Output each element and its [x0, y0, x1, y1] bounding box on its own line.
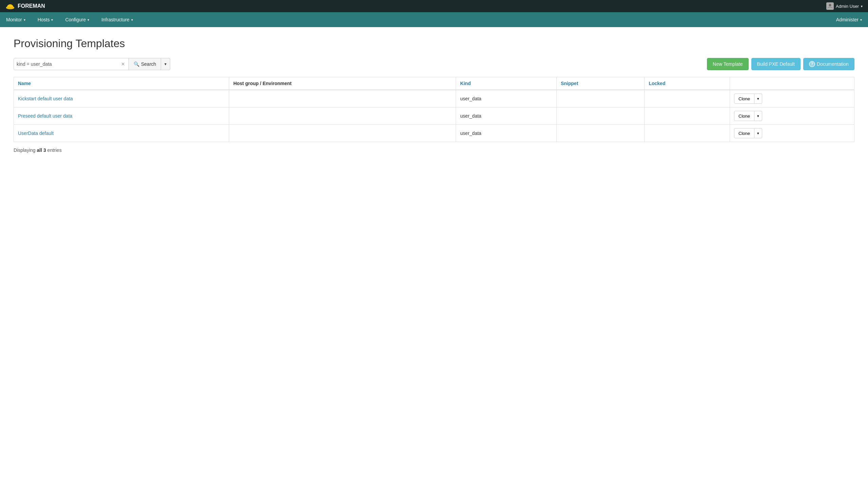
cell-snippet-1	[556, 90, 644, 107]
entries-count: all 3	[37, 147, 46, 153]
nav-right: Administer ▾	[830, 12, 868, 27]
search-magnifier-icon: 🔍	[134, 61, 139, 67]
cell-actions-2: Clone ▾	[730, 107, 854, 125]
cell-name-1: Kickstart default user data	[14, 90, 229, 107]
nav-administer[interactable]: Administer ▾	[830, 12, 868, 27]
table-body: Kickstart default user data user_data Cl…	[14, 90, 854, 142]
brand-name: FOREMAN	[18, 3, 45, 9]
user-label: Admin User	[836, 4, 859, 9]
clone-btn-group-2: Clone ▾	[734, 111, 850, 121]
new-template-button[interactable]: New Template	[707, 58, 748, 70]
nav-left: Monitor ▾ Hosts ▾ Configure ▾ Infrastruc…	[0, 12, 139, 27]
action-buttons: New Template Build PXE Default ? Documen…	[707, 58, 854, 70]
clone-caret-icon-1: ▾	[757, 97, 759, 101]
clone-dropdown-button-3[interactable]: ▾	[754, 128, 762, 138]
monitor-caret-icon: ▾	[24, 18, 25, 22]
clone-btn-group-1: Clone ▾	[734, 94, 850, 104]
clone-button-1[interactable]: Clone	[734, 94, 754, 104]
search-clear-icon[interactable]: ✕	[120, 61, 126, 67]
cell-locked-3	[645, 125, 730, 142]
nav-monitor[interactable]: Monitor ▾	[0, 12, 32, 27]
table-row: Kickstart default user data user_data Cl…	[14, 90, 854, 107]
col-locked[interactable]: Locked	[645, 77, 730, 90]
clone-btn-group-3: Clone ▾	[734, 128, 850, 138]
table-header: Name Host group / Environment Kind Snipp…	[14, 77, 854, 90]
svg-rect-1	[6, 7, 14, 9]
brand: FOREMAN	[5, 1, 45, 11]
cell-name-3: UserData default	[14, 125, 229, 142]
configure-caret-icon: ▾	[87, 18, 89, 22]
clone-button-2[interactable]: Clone	[734, 111, 754, 121]
nav-infrastructure[interactable]: Infrastructure ▾	[95, 12, 139, 27]
top-bar: FOREMAN Admin User ▾	[0, 0, 868, 12]
cell-actions-3: Clone ▾	[730, 125, 854, 142]
col-hostgroup-env: Host group / Environment	[229, 77, 456, 90]
build-pxe-button[interactable]: Build PXE Default	[751, 58, 801, 70]
infrastructure-caret-icon: ▾	[131, 18, 133, 22]
search-dropdown-caret-icon: ▾	[164, 62, 166, 66]
svg-point-2	[829, 4, 831, 6]
search-button[interactable]: 🔍 Search	[129, 58, 161, 70]
cell-hostgroup-1	[229, 90, 456, 107]
clone-button-3[interactable]: Clone	[734, 128, 754, 138]
template-link-1[interactable]: Kickstart default user data	[18, 96, 73, 101]
col-snippet[interactable]: Snippet	[556, 77, 644, 90]
search-dropdown-button[interactable]: ▾	[161, 58, 170, 70]
user-caret-icon: ▾	[861, 4, 863, 8]
cell-name-2: Preseed default user data	[14, 107, 229, 125]
main-content: Provisioning Templates ✕ 🔍 Search ▾ New …	[0, 27, 868, 163]
cell-kind-3: user_data	[456, 125, 557, 142]
col-kind[interactable]: Kind	[456, 77, 557, 90]
nav-configure[interactable]: Configure ▾	[59, 12, 95, 27]
cell-hostgroup-3	[229, 125, 456, 142]
cell-kind-1: user_data	[456, 90, 557, 107]
entries-info: Displaying all 3 entries	[14, 147, 854, 153]
documentation-button[interactable]: ? Documentation	[803, 58, 854, 70]
hard-hat-icon	[5, 1, 15, 11]
user-avatar-icon	[826, 2, 834, 10]
cell-locked-2	[645, 107, 730, 125]
templates-table: Name Host group / Environment Kind Snipp…	[14, 77, 854, 142]
template-link-3[interactable]: UserData default	[18, 131, 54, 136]
search-area: ✕ 🔍 Search ▾ New Template Build PXE Defa…	[14, 58, 854, 70]
table-row: UserData default user_data Clone	[14, 125, 854, 142]
cell-hostgroup-2	[229, 107, 456, 125]
search-input[interactable]	[17, 61, 120, 67]
clone-dropdown-button-2[interactable]: ▾	[754, 111, 762, 121]
administer-caret-icon: ▾	[860, 18, 862, 22]
cell-snippet-2	[556, 107, 644, 125]
search-left: ✕ 🔍 Search ▾	[14, 58, 170, 70]
search-input-wrapper: ✕	[14, 58, 129, 70]
page-title: Provisioning Templates	[14, 37, 854, 50]
col-actions	[730, 77, 854, 90]
cell-kind-2: user_data	[456, 107, 557, 125]
template-link-2[interactable]: Preseed default user data	[18, 113, 72, 119]
cell-snippet-3	[556, 125, 644, 142]
user-menu[interactable]: Admin User ▾	[826, 2, 863, 10]
clone-caret-icon-2: ▾	[757, 114, 759, 118]
clone-dropdown-button-1[interactable]: ▾	[754, 94, 762, 104]
table-row: Preseed default user data user_data Clon…	[14, 107, 854, 125]
nav-bar: Monitor ▾ Hosts ▾ Configure ▾ Infrastruc…	[0, 12, 868, 27]
cell-locked-1	[645, 90, 730, 107]
col-name[interactable]: Name	[14, 77, 229, 90]
documentation-info-icon: ?	[809, 61, 815, 67]
hosts-caret-icon: ▾	[51, 18, 53, 22]
cell-actions-1: Clone ▾	[730, 90, 854, 107]
clone-caret-icon-3: ▾	[757, 131, 759, 136]
nav-hosts[interactable]: Hosts ▾	[32, 12, 59, 27]
